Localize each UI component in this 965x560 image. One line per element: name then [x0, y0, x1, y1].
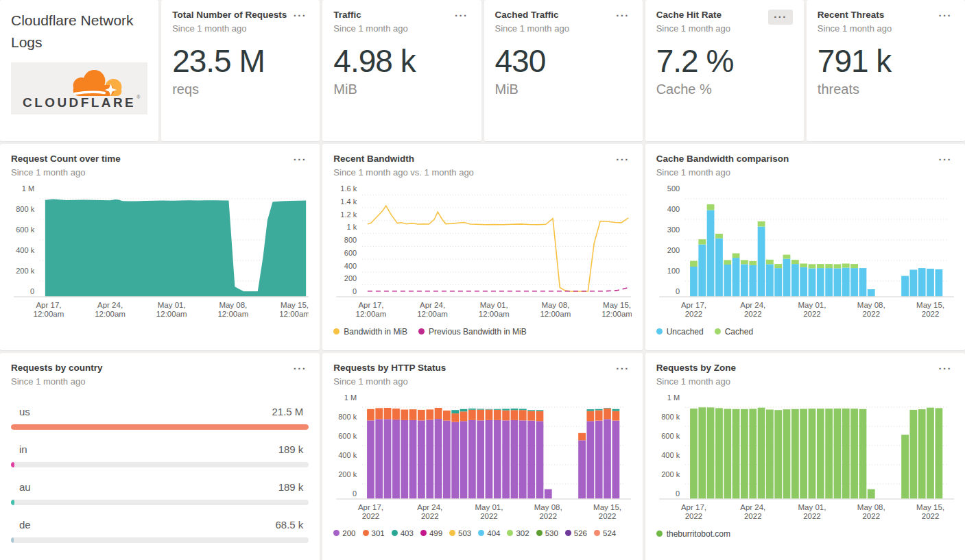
legend-item[interactable]: 302: [507, 529, 529, 537]
panel-title: Cache Hit Rate: [656, 10, 730, 21]
http-status-bar-chart[interactable]: 1 M800 k600 k400 k200 k0Apr 17,2022Apr 2…: [333, 389, 631, 524]
panel-subtitle: Since 1 month ago: [656, 376, 736, 387]
svg-text:200 k: 200 k: [661, 470, 680, 478]
legend-item[interactable]: 530: [536, 529, 558, 537]
country-bar-track: [11, 424, 309, 430]
country-row[interactable]: in189 k: [11, 443, 309, 481]
svg-text:May 01,2022: May 01,2022: [798, 301, 826, 318]
request-count-area-chart[interactable]: 1 M800 k600 k400 k200 k0Apr 17,12:00amAp…: [11, 180, 309, 321]
svg-text:May 08,2022: May 08,2022: [534, 503, 562, 520]
kebab-menu-icon[interactable]: ···: [614, 154, 632, 166]
svg-text:400 k: 400 k: [16, 246, 34, 254]
svg-text:600 k: 600 k: [339, 432, 357, 440]
svg-text:May 08,12:00am: May 08,12:00am: [217, 301, 248, 318]
svg-text:800: 800: [344, 236, 357, 244]
country-label: us: [19, 406, 30, 417]
panel-requests-by-http-status: Requests by HTTP Status Since 1 month ag…: [322, 353, 642, 560]
legend-label: 403: [401, 529, 414, 537]
legend-label: 499: [429, 529, 442, 537]
panel-title: Cached Traffic: [495, 10, 569, 21]
svg-text:200: 200: [344, 274, 357, 282]
legend-item[interactable]: 200: [333, 529, 355, 537]
kebab-menu-icon[interactable]: ···: [291, 363, 309, 375]
country-row[interactable]: us21.5 M: [11, 406, 309, 443]
svg-text:300: 300: [667, 226, 679, 234]
svg-text:1.4 k: 1.4 k: [341, 197, 357, 206]
panel-title: Recent Bandwidth: [333, 154, 474, 165]
country-row[interactable]: au189 k: [11, 481, 309, 519]
svg-text:200 k: 200 k: [339, 470, 357, 478]
cloud-icon: [73, 70, 122, 96]
kebab-menu-icon[interactable]: ···: [937, 10, 955, 22]
chart-legend: Bandwidth in MiBPrevious Bandwidth in Mi…: [333, 327, 631, 337]
panel-title: Requests by Zone: [656, 363, 736, 374]
country-bar-fill: [11, 500, 14, 505]
billboard-value: 23.5 M: [172, 45, 309, 77]
kebab-menu-icon[interactable]: ···: [453, 10, 470, 22]
zone-bar-chart[interactable]: 1 M800 k600 k400 k200 k0Apr 17,2022Apr 2…: [656, 389, 954, 524]
country-value: 68.5 k: [275, 519, 303, 531]
legend-label: 526: [574, 529, 587, 537]
legend-item[interactable]: Previous Bandwidth in MiB: [418, 327, 527, 337]
legend-label: 530: [545, 529, 558, 537]
svg-text:Apr 24,2022: Apr 24,2022: [740, 503, 765, 520]
legend-dot-icon: [536, 530, 543, 536]
panel-traffic: Traffic Since 1 month ago ··· 4.98 k MiB: [322, 0, 481, 141]
country-bar-fill: [11, 537, 14, 543]
legend-label: Bandwidth in MiB: [344, 327, 407, 337]
legend-item[interactable]: 524: [594, 529, 616, 537]
panel-subtitle: Since 1 month ago: [11, 167, 121, 178]
kebab-menu-icon[interactable]: ···: [291, 10, 309, 22]
chart-legend: UncachedCached: [656, 327, 954, 337]
legend-item[interactable]: 526: [565, 529, 587, 537]
legend-item[interactable]: 403: [392, 529, 414, 537]
kebab-menu-icon[interactable]: ···: [768, 10, 793, 25]
legend-item[interactable]: 503: [449, 529, 471, 537]
kebab-menu-icon[interactable]: ···: [614, 363, 632, 375]
billboard-value: 791 k: [818, 45, 954, 77]
country-bar-fill: [11, 462, 14, 467]
legend-item[interactable]: 301: [363, 529, 385, 537]
legend-item[interactable]: Bandwidth in MiB: [333, 327, 407, 337]
country-label: au: [19, 481, 31, 493]
panel-subtitle: Since 1 month ago: [656, 23, 730, 34]
svg-text:Apr 17,2022: Apr 17,2022: [681, 503, 706, 520]
legend-item[interactable]: Uncached: [656, 327, 704, 337]
svg-text:800 k: 800 k: [661, 413, 680, 421]
kebab-menu-icon[interactable]: ···: [614, 10, 632, 22]
svg-text:400: 400: [344, 261, 357, 269]
kebab-menu-icon[interactable]: ···: [291, 154, 309, 166]
country-row-text: au189 k: [11, 481, 309, 493]
panel-title: Requests by HTTP Status: [333, 363, 446, 374]
billboard-value: 7.2 %: [656, 45, 793, 77]
svg-text:600 k: 600 k: [661, 432, 680, 440]
legend-label: 301: [372, 529, 385, 537]
panel-requests-by-country: Requests by country Since 1 month ago ··…: [0, 353, 320, 560]
panel-title: Recent Threats: [818, 10, 892, 21]
billboard-value: 430: [495, 45, 632, 77]
legend-item[interactable]: theburritobot.com: [656, 529, 730, 539]
legend-dot-icon: [449, 530, 455, 536]
recent-bandwidth-line-chart[interactable]: 1.6 k1.4 k1.2 k1 k8006004002000Apr 17,12…: [333, 180, 631, 321]
legend-item[interactable]: 404: [478, 529, 500, 537]
svg-text:May 08,2022: May 08,2022: [857, 503, 885, 520]
country-row[interactable]: de68.5 k: [11, 519, 309, 557]
svg-text:1.6 k: 1.6 k: [341, 184, 357, 193]
legend-item[interactable]: 499: [420, 529, 442, 537]
billboard-unit: threats: [818, 82, 954, 97]
svg-text:Apr 17,2022: Apr 17,2022: [681, 301, 706, 318]
panel-subtitle: Since 1 month ago: [172, 23, 287, 34]
kebab-menu-icon[interactable]: ···: [937, 363, 955, 375]
cache-bandwidth-bar-chart[interactable]: 5004003002001000Apr 17,2022Apr 24,2022Ma…: [656, 180, 954, 321]
country-value: 21.5 M: [272, 406, 303, 417]
svg-text:0: 0: [353, 489, 357, 498]
panel-subtitle: Since 1 month ago vs. 1 month ago: [333, 167, 474, 178]
panel-brand: Cloudflare Network Logs CLOUDFLARE ®: [0, 0, 158, 141]
svg-text:400 k: 400 k: [661, 451, 680, 459]
country-label: de: [19, 519, 31, 531]
kebab-menu-icon[interactable]: ···: [937, 154, 955, 166]
country-value: 189 k: [278, 443, 304, 455]
legend-item[interactable]: Cached: [715, 327, 753, 337]
svg-text:0: 0: [30, 287, 34, 295]
country-bar-track: [11, 462, 309, 467]
